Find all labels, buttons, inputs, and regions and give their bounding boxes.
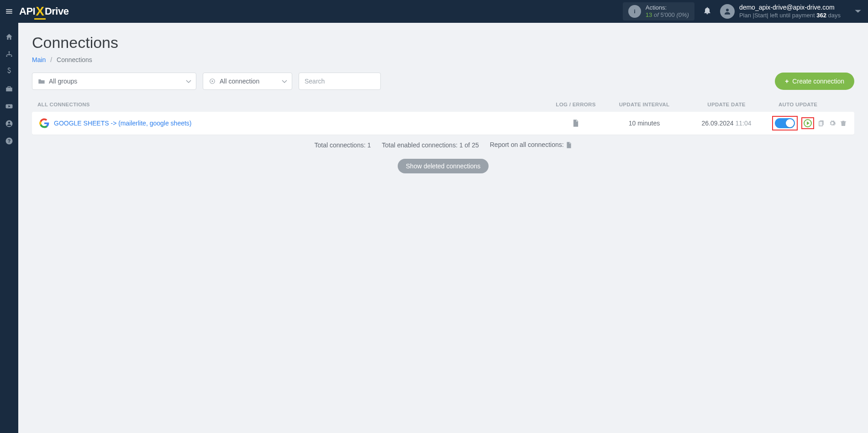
breadcrumb-main[interactable]: Main xyxy=(32,56,46,63)
col-auto-update: AUTO UPDATE xyxy=(772,102,854,107)
menu-icon xyxy=(5,7,13,16)
row-update-date: 26.09.2024 11:04 xyxy=(681,120,772,127)
svg-rect-10 xyxy=(819,121,823,126)
svg-point-5 xyxy=(8,122,11,124)
row-interval: 10 minutes xyxy=(608,120,681,127)
folder-icon xyxy=(38,78,45,84)
summary-row: Total connections: 1 Total enabled conne… xyxy=(32,141,854,149)
topbar: APIXDrive Actions: 13 of 5'000 (0%) demo… xyxy=(0,0,868,23)
page-title: Connections xyxy=(32,34,854,52)
user-plan: Plan |Start| left until payment 362 days xyxy=(739,11,841,19)
connection-filter-dropdown[interactable]: All connection xyxy=(203,73,292,90)
show-deleted-button[interactable]: Show deleted connections xyxy=(398,159,489,173)
user-menu[interactable]: demo_apix-drive@apix-drive.com Plan |Sta… xyxy=(720,4,841,19)
sidebar-video[interactable] xyxy=(0,98,18,115)
plus-icon: + xyxy=(785,78,789,85)
highlight-box-toggle xyxy=(772,116,798,130)
play-circle-icon xyxy=(209,78,216,84)
sidebar-connections[interactable] xyxy=(0,46,18,63)
svg-rect-1 xyxy=(634,11,635,13)
avatar xyxy=(720,4,735,19)
col-all-connections: ALL CONNECTIONS xyxy=(37,102,544,107)
delete-button[interactable] xyxy=(840,120,847,127)
breadcrumb: Main / Connections xyxy=(32,56,854,63)
col-log-errors: LOG / ERRORS xyxy=(544,102,608,107)
connection-name-link[interactable]: GOOGLE SHEETS -> (mailerlite, google she… xyxy=(54,120,544,127)
summary-total: Total connections: 1 xyxy=(314,141,371,149)
menu-toggle[interactable] xyxy=(0,0,18,23)
user-email: demo_apix-drive@apix-drive.com xyxy=(739,4,841,11)
user-icon xyxy=(723,7,731,16)
expand-user-menu[interactable] xyxy=(854,7,862,16)
chevron-down-icon xyxy=(282,78,287,85)
document-icon xyxy=(566,141,572,149)
groups-dropdown[interactable]: All groups xyxy=(32,73,196,90)
summary-report: Report on all connections: xyxy=(490,141,572,149)
actions-label: Actions: xyxy=(646,4,689,11)
table-header: ALL CONNECTIONS LOG / ERRORS UPDATE INTE… xyxy=(32,97,854,112)
col-update-interval: UPDATE INTERVAL xyxy=(608,102,681,107)
gear-icon xyxy=(829,120,836,127)
sidebar-toolbox[interactable] xyxy=(0,80,18,98)
sidebar-home[interactable] xyxy=(0,28,18,46)
settings-button[interactable] xyxy=(829,120,836,127)
summary-enabled: Total enabled connections: 1 of 25 xyxy=(382,141,479,149)
main-content: Connections Main / Connections All group… xyxy=(18,23,868,184)
bell-icon xyxy=(703,6,712,15)
trash-icon xyxy=(840,120,847,127)
sidebar-profile[interactable] xyxy=(0,115,18,132)
chevron-down-icon xyxy=(186,78,191,85)
svg-point-2 xyxy=(726,9,729,11)
create-connection-button[interactable]: + Create connection xyxy=(775,73,854,90)
connection-row: GOOGLE SHEETS -> (mailerlite, google she… xyxy=(32,112,854,135)
copy-icon xyxy=(818,120,825,127)
svg-text:?: ? xyxy=(8,138,11,144)
actions-pill[interactable]: Actions: 13 of 5'000 (0%) xyxy=(623,2,694,21)
copy-button[interactable] xyxy=(818,120,825,127)
run-now-button[interactable] xyxy=(804,119,812,127)
filter-row: All groups All connection + Create conne… xyxy=(32,73,854,90)
breadcrumb-current: Connections xyxy=(57,56,92,63)
info-icon xyxy=(628,5,641,18)
chevron-down-icon xyxy=(854,9,862,14)
logo[interactable]: APIXDrive xyxy=(19,4,68,19)
auto-update-toggle[interactable] xyxy=(775,118,795,128)
sidebar-help[interactable]: ? xyxy=(0,132,18,150)
highlight-box-run xyxy=(801,117,814,129)
report-download-button[interactable] xyxy=(566,141,572,149)
google-icon xyxy=(39,118,49,128)
sidebar-billing[interactable] xyxy=(0,63,18,80)
svg-point-0 xyxy=(634,10,635,10)
document-icon xyxy=(572,119,579,127)
log-button[interactable] xyxy=(544,119,608,127)
search-input[interactable] xyxy=(299,73,381,90)
sidebar: ? xyxy=(0,23,18,184)
col-update-date: UPDATE DATE xyxy=(681,102,772,107)
notifications-button[interactable] xyxy=(703,6,712,17)
